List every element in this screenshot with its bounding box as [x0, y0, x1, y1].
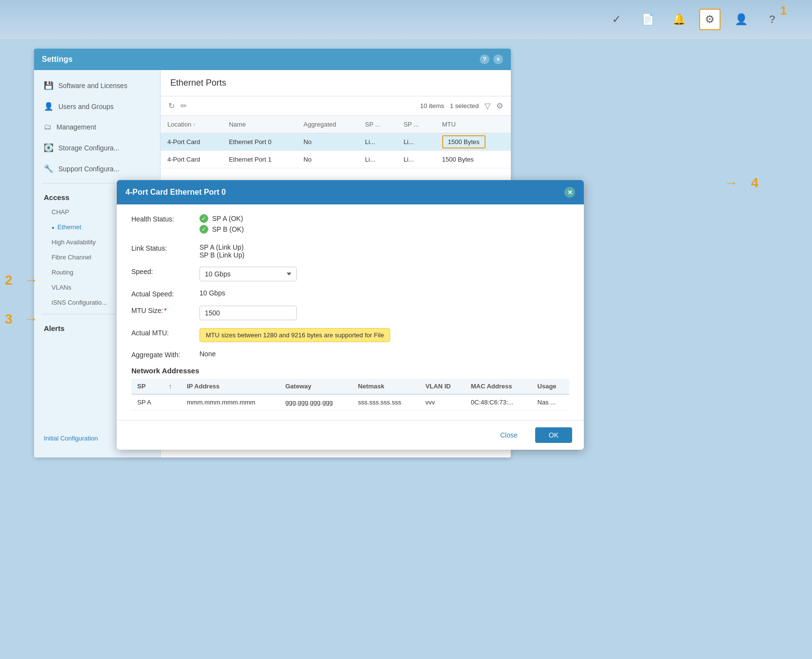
settings-header: Settings ? ×	[34, 49, 511, 70]
sidebar-item-software-licenses[interactable]: 💾 Software and Licenses	[34, 75, 160, 96]
ethernet-table: Location ↑ Name Aggregated SP ... SP ...…	[161, 116, 511, 168]
cell-aggregated: No	[297, 151, 358, 168]
aggregate-value: None	[199, 350, 216, 358]
actual-mtu-label: Actual MTU:	[131, 328, 199, 337]
net-mac: 0C:48:C6:73:...	[465, 394, 532, 410]
ethernet-ports-title: Ethernet Ports	[161, 70, 511, 96]
aggregate-label: Aggregate With:	[131, 350, 199, 359]
dialog-body: Health Status: ✓ SP A (OK) ✓ SP B (OK) L…	[117, 204, 584, 420]
col-gateway: Gateway	[279, 379, 352, 394]
cell-location: 4-Port Card	[161, 133, 222, 151]
close-button[interactable]: ×	[493, 55, 503, 64]
settings-title: Settings	[42, 55, 72, 64]
ethernet-port-dialog: 4-Port Card Ethernet Port 0 ✕ Health Sta…	[117, 180, 584, 450]
health-status-row: Health Status: ✓ SP A (OK) ✓ SP B (OK)	[131, 214, 569, 236]
edit-icon[interactable]: ✏	[180, 101, 187, 110]
topbar: ✓ 📄 🔔 ⚙ 👤 ?	[0, 0, 812, 39]
sidebar-item-storage-config[interactable]: 💽 Storage Configura...	[34, 137, 160, 158]
cell-name: Ethernet Port 0	[222, 133, 296, 151]
col-usage: Usage	[532, 379, 569, 394]
actual-mtu-row: Actual MTU: MTU sizes between 1280 and 9…	[131, 328, 569, 342]
table-header-row: Location ↑ Name Aggregated SP ... SP ...…	[161, 116, 511, 133]
selected-count: 1 selected	[450, 102, 479, 110]
dialog-title: 4-Port Card Ethernet Port 0	[126, 188, 226, 197]
speed-label: Speed:	[131, 267, 199, 275]
net-gateway: ggg.ggg.ggg.ggg	[279, 394, 352, 410]
table-row[interactable]: 4-Port Card Ethernet Port 1 No Li... Li.…	[161, 151, 511, 168]
speed-select[interactable]: 10 Gbps	[199, 267, 297, 281]
ok-button[interactable]: OK	[535, 427, 572, 443]
dialog-footer: Close OK	[117, 420, 584, 450]
health-status-values: ✓ SP A (OK) ✓ SP B (OK)	[199, 214, 244, 236]
support-icon: 🔧	[44, 164, 54, 173]
col-sort: ↑	[163, 379, 181, 394]
cell-sp1: Li...	[358, 133, 397, 151]
col-location: Location ↑	[161, 116, 222, 133]
refresh-icon[interactable]: ↻	[168, 101, 175, 110]
sidebar-label-management: Management	[56, 123, 96, 131]
table-settings-icon[interactable]: ⚙	[496, 101, 503, 110]
actual-speed-row: Actual Speed: 10 Gbps	[131, 289, 569, 298]
close-button[interactable]: Close	[488, 427, 529, 443]
col-sp: SP	[131, 379, 163, 394]
annotation-2: 2	[5, 273, 13, 288]
filter-icon[interactable]: ▽	[485, 101, 490, 110]
health-spb: ✓ SP B (OK)	[199, 225, 244, 234]
cell-sp2: Li...	[397, 133, 435, 151]
help-icon[interactable]: ?	[761, 9, 783, 30]
link-status-label: Link Status:	[131, 243, 199, 252]
sidebar-item-users-groups[interactable]: 👤 Users and Groups	[34, 96, 160, 117]
checkmark-icon[interactable]: ✓	[606, 9, 627, 30]
network-addresses-title: Network Addresses	[131, 366, 569, 375]
health-spa: ✓ SP A (OK)	[199, 214, 244, 223]
network-table-header: SP ↑ IP Address Gateway Netmask VLAN ID …	[131, 379, 569, 394]
col-netmask: Netmask	[352, 379, 420, 394]
cell-mtu: 1500 Bytes	[435, 151, 511, 168]
health-status-label: Health Status:	[131, 214, 199, 223]
cell-name: Ethernet Port 1	[222, 151, 296, 168]
link-spa: SP A (Link Up)	[199, 243, 244, 251]
link-status-values: SP A (Link Up) SP B (Link Up)	[199, 243, 244, 259]
mtu-size-row: MTU Size:*	[131, 306, 569, 320]
health-spb-label: SP B (OK)	[212, 225, 244, 233]
sidebar-label-software: Software and Licenses	[58, 82, 127, 90]
cell-sp1: Li...	[358, 151, 397, 168]
cell-aggregated: No	[297, 133, 358, 151]
content-toolbar: ↻ ✏ 10 items 1 selected ▽ ⚙	[161, 96, 511, 116]
required-star: *	[164, 307, 166, 314]
net-vlan: vvv	[419, 394, 465, 410]
col-mac: MAC Address	[465, 379, 532, 394]
management-icon: 🗂	[44, 123, 52, 131]
dialog-close-button[interactable]: ✕	[564, 187, 575, 198]
arrow-2: →	[24, 273, 38, 288]
gear-icon[interactable]: ⚙	[699, 9, 721, 30]
users-icon: 👤	[44, 102, 54, 111]
col-name: Name	[222, 116, 296, 133]
sidebar-label-support: Support Configura...	[58, 165, 119, 173]
col-ip: IP Address	[181, 379, 279, 394]
main-area: 2 → 3 → 4 ← Settings ? × 💾 Software and …	[0, 39, 812, 659]
network-table-row: SP A mmm.mmm.mmm.mmm ggg.ggg.ggg.ggg sss…	[131, 394, 569, 410]
sidebar-label-users: Users and Groups	[58, 103, 114, 110]
col-mtu: MTU	[435, 116, 511, 133]
mtu-size-input[interactable]	[199, 306, 297, 320]
sidebar-label-storage: Storage Configura...	[58, 144, 119, 152]
net-usage: Nas ...	[532, 394, 569, 410]
cell-sp2: Li...	[397, 151, 435, 168]
help-button[interactable]: ?	[480, 55, 489, 64]
table-row[interactable]: 4-Port Card Ethernet Port 0 No Li... Li.…	[161, 133, 511, 151]
user-icon[interactable]: 👤	[730, 9, 752, 30]
col-sp2: SP ...	[397, 116, 435, 133]
net-ip: mmm.mmm.mmm.mmm	[181, 394, 279, 410]
sidebar-item-management[interactable]: 🗂 Management	[34, 117, 160, 137]
net-sp: SP A	[131, 394, 163, 410]
sidebar-item-support-config[interactable]: 🔧 Support Configura...	[34, 158, 160, 179]
settings-header-icons: ? ×	[480, 55, 503, 64]
actual-mtu-tooltip: MTU sizes between 1280 and 9216 bytes ar…	[199, 328, 390, 342]
mtu-value-highlight: 1500 Bytes	[442, 135, 486, 148]
dialog-header: 4-Port Card Ethernet Port 0 ✕	[117, 180, 584, 204]
annotation-1: 1	[780, 4, 787, 18]
bell-icon[interactable]: 🔔	[668, 9, 689, 30]
document-icon[interactable]: 📄	[637, 9, 658, 30]
cell-mtu: 1500 Bytes	[435, 133, 511, 151]
